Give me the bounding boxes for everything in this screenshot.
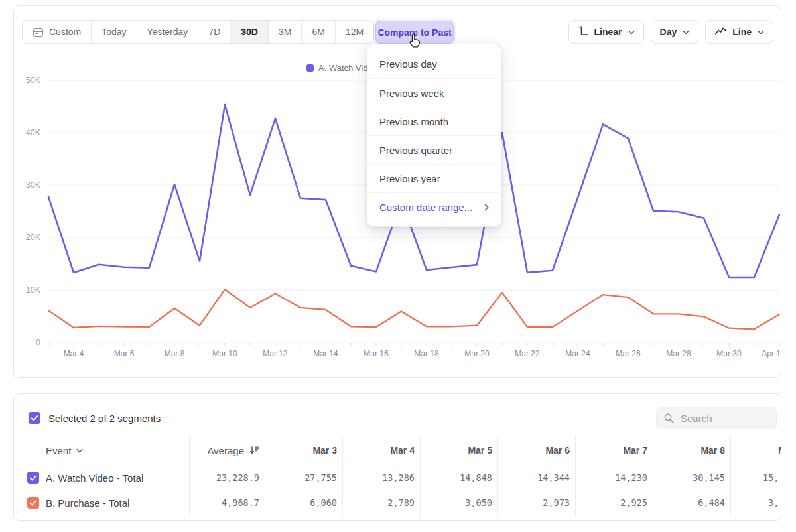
date-range-today[interactable]: Today — [91, 21, 136, 43]
table-row: B. Purchase - Total4,968.76,0602,7893,05… — [14, 490, 781, 515]
search-box — [656, 407, 777, 429]
date-column-header[interactable]: Mar 8 — [647, 445, 725, 456]
check-icon — [29, 499, 37, 507]
date-range-label: Yesterday — [147, 27, 188, 37]
svg-text:0: 0 — [36, 338, 40, 347]
date-range-label: 3M — [279, 27, 291, 37]
chart-type-label: Line — [732, 27, 752, 37]
svg-text:10K: 10K — [26, 285, 41, 295]
svg-text:30K: 30K — [26, 180, 41, 190]
svg-text:Mar 30: Mar 30 — [716, 349, 742, 358]
column-separator — [189, 436, 190, 517]
axis-scale-icon — [578, 25, 589, 38]
menu-item-previous-week[interactable]: Previous week — [367, 78, 501, 107]
date-range-label: 6M — [312, 27, 324, 37]
menu-item-previous-quarter[interactable]: Previous quarter — [367, 135, 501, 164]
segment-checkbox[interactable] — [27, 472, 39, 484]
select-all-checkbox[interactable] — [29, 412, 40, 424]
column-separator — [342, 436, 343, 517]
svg-text:Mar 10: Mar 10 — [212, 349, 237, 358]
svg-text:Mar 12: Mar 12 — [263, 349, 288, 358]
search-input[interactable] — [681, 413, 760, 424]
segment-label: B. Purchase - Total — [46, 498, 129, 509]
check-icon — [29, 474, 37, 482]
date-column-header-clipped: M — [778, 445, 781, 456]
date-column-header[interactable]: Mar 7 — [570, 445, 647, 456]
svg-text:Mar 16: Mar 16 — [364, 349, 389, 358]
svg-text:40K: 40K — [26, 128, 41, 137]
compare-to-past-menu: Previous dayPrevious weekPrevious monthP… — [367, 44, 501, 227]
cell-value: 30,145 — [647, 472, 725, 483]
average-header-label: Average — [207, 445, 244, 456]
column-separator — [498, 436, 498, 517]
date-range-yesterday[interactable]: Yesterday — [137, 21, 198, 43]
chevron-down-icon — [683, 30, 689, 34]
cell-value: 6,484 — [647, 498, 725, 508]
svg-text:Mar 18: Mar 18 — [414, 349, 439, 358]
chevron-down-icon[interactable] — [76, 448, 83, 453]
column-separator — [653, 436, 653, 517]
table-header-row: Event Average Mar 3Mar 4Mar 5Mar 6Mar 7M… — [14, 438, 781, 463]
chevron-down-icon — [628, 30, 635, 34]
cell-value: 14,848 — [415, 472, 492, 483]
svg-text:20K: 20K — [26, 233, 41, 242]
cell-value: 6,060 — [259, 498, 337, 508]
date-column-header[interactable]: Mar 3 — [259, 445, 337, 456]
interval-label: Day — [660, 27, 677, 37]
svg-text:50K: 50K — [26, 76, 41, 85]
date-range-6m[interactable]: 6M — [301, 21, 334, 43]
date-column-header[interactable]: Mar 5 — [415, 445, 492, 456]
date-range-label: Custom — [49, 27, 81, 37]
segment-label: A. Watch Video - Total — [46, 472, 143, 484]
cell-value: 14,344 — [492, 472, 570, 483]
svg-text:Mar 24: Mar 24 — [565, 349, 590, 358]
chevron-right-icon — [484, 204, 489, 211]
cell-value-clipped: 3, — [768, 498, 779, 508]
scale-label: Linear — [594, 27, 622, 37]
cell-value: 13,286 — [337, 472, 415, 483]
table-row: A. Watch Video - Total23,228.927,75513,2… — [14, 465, 781, 490]
chart-type-dropdown-button[interactable]: Line — [705, 20, 773, 44]
cell-value: 3,050 — [415, 498, 492, 508]
menu-item-custom-date-range[interactable]: Custom date range... — [367, 192, 501, 221]
date-range-30d[interactable]: 30D — [230, 21, 268, 43]
cell-value-clipped: 15, — [763, 472, 779, 483]
sort-descending-icon[interactable] — [249, 446, 259, 455]
check-icon — [31, 415, 38, 422]
custom-date-range-label: Custom date range... — [379, 193, 472, 222]
menu-item-previous-year[interactable]: Previous year — [367, 164, 501, 192]
svg-text:Mar 14: Mar 14 — [313, 349, 338, 358]
svg-text:Mar 20: Mar 20 — [464, 349, 490, 358]
segment-checkbox[interactable] — [27, 497, 39, 509]
svg-text:Mar 28: Mar 28 — [666, 349, 691, 358]
date-range-12m[interactable]: 12M — [335, 21, 373, 43]
column-separator — [420, 436, 421, 517]
scale-dropdown-button[interactable]: Linear — [568, 20, 644, 44]
calendar-icon — [33, 27, 44, 38]
date-range-label: 7D — [208, 27, 220, 37]
date-range-segmented-control: CustomTodayYesterday7D30D3M6M12M — [22, 20, 374, 44]
menu-item-previous-day[interactable]: Previous day — [367, 50, 501, 78]
date-range-7d[interactable]: 7D — [198, 21, 230, 43]
cell-value: 14,230 — [570, 472, 647, 483]
series-a-swatch — [306, 64, 314, 72]
column-separator — [575, 436, 576, 517]
date-range-custom[interactable]: Custom — [23, 21, 91, 43]
svg-text:Mar 8: Mar 8 — [165, 349, 185, 358]
date-range-label: Today — [101, 27, 126, 37]
date-range-label: 12M — [346, 27, 364, 37]
hand-pointer-cursor — [407, 33, 423, 50]
interval-dropdown-button[interactable]: Day — [651, 20, 699, 44]
date-column-header[interactable]: Mar 6 — [492, 445, 570, 456]
chart-options-group: Linear Day Line — [568, 20, 773, 44]
svg-text:Mar 26: Mar 26 — [616, 349, 641, 358]
svg-text:Mar 4: Mar 4 — [64, 349, 84, 358]
cell-value: 2,973 — [492, 498, 570, 508]
menu-item-previous-month[interactable]: Previous month — [367, 107, 501, 135]
cell-value: 2,925 — [570, 498, 647, 508]
column-separator — [265, 436, 265, 517]
date-range-label: 30D — [241, 27, 258, 37]
date-column-header[interactable]: Mar 4 — [337, 445, 415, 456]
date-range-3m[interactable]: 3M — [268, 21, 301, 43]
selected-count-label: Selected 2 of 2 segments — [48, 413, 161, 424]
